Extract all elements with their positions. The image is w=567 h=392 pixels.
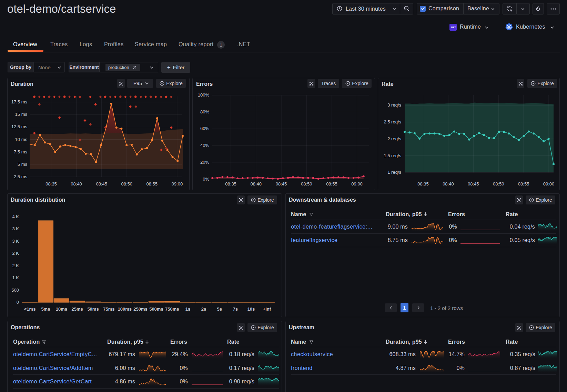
svg-text:08:45: 08:45	[96, 181, 107, 187]
svg-text:25ms: 25ms	[72, 306, 83, 312]
svg-text:1 req/s: 1 req/s	[387, 170, 401, 175]
svg-text:2 K: 2 K	[12, 251, 19, 256]
svg-text:17.5 ms: 17.5 ms	[11, 99, 28, 104]
svg-text:+Inf: +Inf	[263, 306, 271, 312]
svg-text:500: 500	[11, 288, 19, 293]
svg-text:08:35: 08:35	[417, 181, 429, 187]
svg-text:2 K: 2 K	[12, 263, 19, 268]
svg-text:5s: 5s	[217, 306, 222, 312]
svg-text:08:40: 08:40	[443, 181, 454, 187]
svg-text:08:55: 08:55	[146, 181, 158, 187]
svg-text:08:35: 08:35	[225, 181, 236, 187]
svg-text:1 K: 1 K	[12, 275, 19, 280]
svg-text:15 ms: 15 ms	[15, 112, 28, 117]
svg-text:0%: 0%	[203, 177, 209, 182]
svg-text:7.5 ms: 7.5 ms	[14, 149, 28, 154]
svg-text:20%: 20%	[200, 160, 209, 165]
svg-text:08:45: 08:45	[468, 181, 479, 187]
svg-text:08:45: 08:45	[276, 181, 287, 187]
svg-text:08:40: 08:40	[71, 181, 82, 187]
svg-text:08:50: 08:50	[493, 181, 504, 187]
svg-text:10 ms: 10 ms	[15, 137, 28, 142]
svg-text:40%: 40%	[200, 143, 209, 148]
svg-text:75ms: 75ms	[103, 306, 114, 312]
svg-text:10s: 10s	[247, 306, 255, 312]
svg-text:09:00: 09:00	[172, 181, 183, 187]
svg-text:2 req/s: 2 req/s	[387, 136, 401, 141]
svg-text:08:40: 08:40	[251, 181, 262, 187]
svg-text:08:55: 08:55	[326, 181, 337, 187]
svg-text:500ms: 500ms	[149, 306, 163, 312]
svg-text:1.5 req/s: 1.5 req/s	[384, 153, 401, 158]
svg-text:09:00: 09:00	[351, 181, 363, 187]
svg-text:3 K: 3 K	[12, 226, 19, 231]
svg-text:80%: 80%	[200, 109, 209, 114]
svg-text:0: 0	[17, 300, 19, 305]
svg-text:100%: 100%	[198, 92, 210, 98]
svg-text:1s: 1s	[185, 306, 190, 312]
svg-text:3 K: 3 K	[12, 239, 19, 244]
svg-text:08:35: 08:35	[45, 181, 57, 187]
svg-text:5ms: 5ms	[41, 306, 50, 312]
svg-text:250ms: 250ms	[133, 306, 147, 312]
svg-text:<1ms: <1ms	[24, 306, 36, 312]
svg-text:08:55: 08:55	[518, 181, 529, 187]
svg-text:750ms: 750ms	[165, 306, 179, 312]
svg-text:12.5 ms: 12.5 ms	[11, 124, 28, 129]
svg-text:7s: 7s	[233, 306, 237, 312]
svg-text:100ms: 100ms	[118, 306, 131, 312]
svg-text:10ms: 10ms	[56, 306, 67, 312]
svg-text:3 req/s: 3 req/s	[387, 102, 401, 108]
svg-text:50ms: 50ms	[87, 306, 99, 312]
svg-text:2.5 ms: 2.5 ms	[14, 174, 28, 179]
svg-text:5 ms: 5 ms	[18, 162, 28, 167]
svg-text:2.5 req/s: 2.5 req/s	[384, 119, 401, 124]
svg-text:4 K: 4 K	[12, 214, 19, 219]
svg-text:09:00: 09:00	[543, 181, 555, 187]
svg-text:08:50: 08:50	[121, 181, 133, 187]
svg-text:08:50: 08:50	[301, 181, 312, 187]
svg-text:2s: 2s	[201, 306, 206, 312]
svg-text:60%: 60%	[200, 126, 209, 131]
